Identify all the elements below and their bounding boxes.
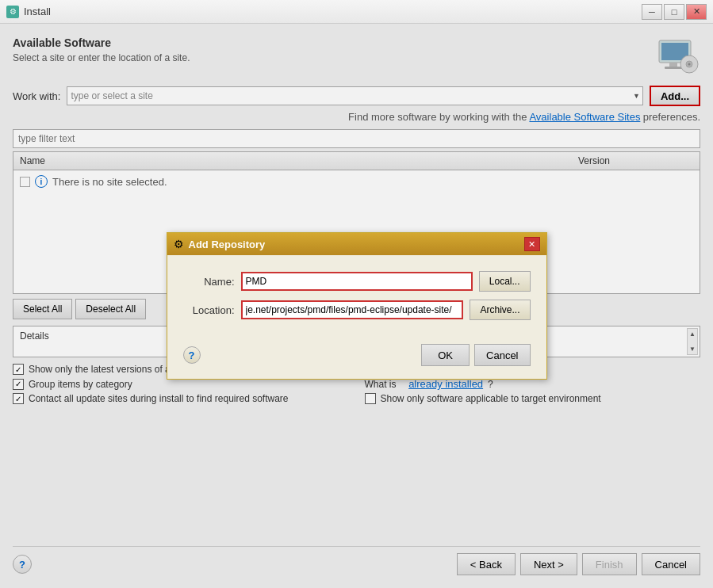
add-repository-dialog: ⚙ Add Repository ✕ Name: Local... Locati… bbox=[167, 232, 547, 380]
location-input[interactable] bbox=[241, 300, 464, 319]
archive-button[interactable]: Archive... bbox=[470, 300, 530, 320]
app-icon: ⚙ bbox=[6, 6, 19, 18]
dialog-ok-button[interactable]: OK bbox=[421, 344, 470, 366]
local-button[interactable]: Local... bbox=[479, 271, 531, 292]
dialog-title-left: ⚙ Add Repository bbox=[174, 238, 266, 250]
maximize-button[interactable]: □ bbox=[664, 4, 684, 20]
dialog-cancel-button[interactable]: Cancel bbox=[474, 344, 530, 366]
location-field-row: Location: Archive... bbox=[183, 300, 531, 320]
dialog-icon: ⚙ bbox=[174, 238, 184, 250]
dialog-body: Name: Local... Location: Archive... bbox=[167, 255, 546, 338]
main-content: Available Software Select a site or ente… bbox=[0, 24, 713, 588]
name-label: Name: bbox=[183, 276, 235, 288]
dialog-title-text: Add Repository bbox=[189, 239, 266, 250]
location-label: Location: bbox=[183, 304, 235, 316]
name-input[interactable] bbox=[241, 272, 473, 291]
dialog-close-button[interactable]: ✕ bbox=[524, 237, 540, 251]
modal-overlay: ⚙ Add Repository ✕ Name: Local... Locati… bbox=[0, 24, 713, 588]
title-bar: ⚙ Install ─ □ ✕ bbox=[0, 0, 713, 24]
window-title: Install bbox=[24, 6, 51, 17]
close-button[interactable]: ✕ bbox=[686, 4, 707, 20]
dialog-help-button[interactable]: ? bbox=[183, 346, 201, 364]
window-controls: ─ □ ✕ bbox=[642, 4, 707, 20]
dialog-action-buttons: OK Cancel bbox=[421, 344, 530, 366]
dialog-title-bar: ⚙ Add Repository ✕ bbox=[167, 233, 546, 255]
dialog-footer: ? OK Cancel bbox=[167, 338, 546, 379]
minimize-button[interactable]: ─ bbox=[642, 4, 662, 20]
name-field-row: Name: Local... bbox=[183, 271, 531, 292]
